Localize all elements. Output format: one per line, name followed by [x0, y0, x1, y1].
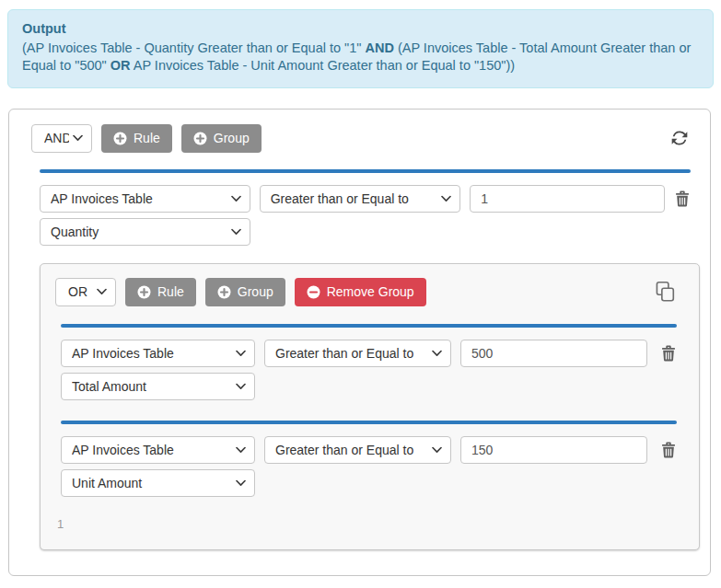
table-select-wrap: AP Invoices Table	[61, 340, 255, 367]
add-group-button[interactable]: Group	[205, 278, 285, 306]
delete-rule-button[interactable]	[660, 345, 677, 362]
rule-divider	[61, 421, 677, 424]
group-condition-select[interactable]: OR	[55, 278, 116, 306]
rule-divider	[40, 169, 691, 173]
add-rule-button[interactable]: Rule	[101, 124, 172, 153]
field-select[interactable]: Total Amount	[61, 373, 255, 400]
value-input[interactable]	[460, 436, 647, 464]
table-select[interactable]: AP Invoices Table	[61, 436, 255, 464]
operator-select-wrap: Greater than or Equal to	[264, 340, 451, 367]
group-condition-select-wrap: OR	[55, 278, 116, 306]
operator-select-wrap: Greater than or Equal to	[260, 185, 461, 213]
trash-icon	[661, 442, 676, 458]
rule-row: Total Amount	[61, 373, 677, 400]
output-title: Output	[22, 20, 699, 39]
field-select-wrap: Total Amount	[61, 373, 255, 400]
remove-group-button[interactable]: Remove Group	[295, 278, 426, 306]
trash-icon	[675, 190, 690, 207]
output-expression: (AP Invoices Table - Quantity Greater th…	[22, 40, 699, 75]
rule-total-amount: AP Invoices Table Greater than or Equal …	[61, 324, 677, 400]
remove-group-label: Remove Group	[327, 284, 414, 299]
copy-group-button[interactable]	[651, 278, 677, 306]
operator-select[interactable]: Greater than or Equal to	[260, 185, 461, 213]
operator-select[interactable]: Greater than or Equal to	[264, 436, 451, 464]
nested-group-header: OR Rule Group Remove Group	[55, 278, 677, 306]
root-group-header: AND Rule Group	[31, 124, 691, 153]
rule-quantity: AP Invoices Table Greater than or Equal …	[40, 169, 691, 246]
field-select[interactable]: Quantity	[40, 218, 250, 246]
operator-select-wrap: Greater than or Equal to	[264, 436, 451, 464]
rule-unit-amount: AP Invoices Table Greater than or Equal …	[61, 421, 677, 497]
table-select-wrap: AP Invoices Table	[40, 185, 250, 213]
field-select-wrap: Quantity	[40, 218, 250, 246]
add-rule-button[interactable]: Rule	[125, 278, 196, 306]
rule-divider	[61, 324, 677, 328]
refresh-button[interactable]	[669, 127, 691, 149]
nested-group: OR Rule Group Remove Group	[40, 263, 700, 550]
add-rule-label: Rule	[134, 131, 160, 145]
plus-circle-icon	[193, 132, 207, 145]
add-group-label: Group	[238, 284, 273, 299]
output-panel: Output (AP Invoices Table - Quantity Gre…	[7, 9, 714, 88]
delete-rule-button[interactable]	[674, 190, 691, 207]
copy-icon	[653, 280, 675, 304]
add-rule-label: Rule	[157, 284, 184, 299]
operator-select[interactable]: Greater than or Equal to	[264, 340, 451, 367]
trash-icon	[661, 345, 676, 362]
field-select-wrap: Unit Amount	[61, 469, 255, 497]
delete-rule-button[interactable]	[660, 442, 677, 458]
add-group-label: Group	[214, 131, 250, 145]
field-select[interactable]: Unit Amount	[61, 469, 255, 497]
root-rules-list: AP Invoices Table Greater than or Equal …	[40, 169, 691, 550]
plus-circle-icon	[137, 285, 151, 299]
nested-rules-list: AP Invoices Table Greater than or Equal …	[61, 324, 677, 497]
value-input[interactable]	[470, 185, 665, 213]
plus-circle-icon	[113, 132, 127, 145]
rule-row: AP Invoices Table Greater than or Equal …	[40, 185, 691, 213]
table-select[interactable]: AP Invoices Table	[61, 340, 255, 367]
group-index: 1	[57, 517, 677, 531]
minus-circle-icon	[307, 285, 320, 299]
root-condition-select[interactable]: AND	[31, 124, 92, 153]
rule-row: Unit Amount	[61, 469, 677, 497]
query-builder: AND Rule Group AP Invoices Table	[8, 109, 711, 576]
table-select-wrap: AP Invoices Table	[61, 436, 255, 464]
root-condition-select-wrap: AND	[31, 124, 92, 153]
rule-row: Quantity	[40, 218, 691, 246]
rule-row: AP Invoices Table Greater than or Equal …	[61, 436, 677, 464]
plus-circle-icon	[217, 285, 231, 299]
refresh-icon	[670, 129, 689, 147]
table-select[interactable]: AP Invoices Table	[40, 185, 250, 213]
value-input[interactable]	[460, 340, 647, 367]
rule-row: AP Invoices Table Greater than or Equal …	[61, 340, 677, 367]
add-group-button[interactable]: Group	[181, 124, 262, 153]
